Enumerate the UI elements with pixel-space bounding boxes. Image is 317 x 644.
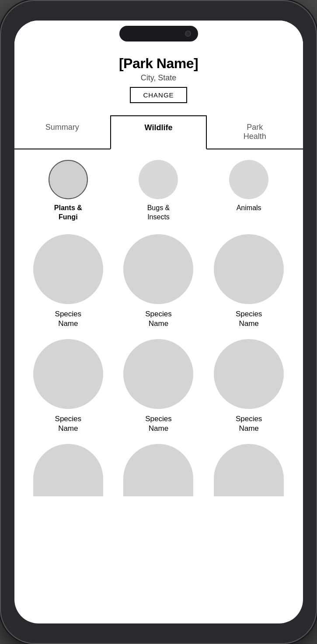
species-item-6[interactable]: SpeciesName	[204, 339, 294, 433]
species-image-7	[33, 444, 103, 496]
notch	[119, 26, 198, 42]
species-row-1: SpeciesName SpeciesName SpeciesName	[23, 234, 294, 329]
plants-fungi-label: Plants &Fungi	[54, 204, 82, 222]
notch-area	[14, 21, 303, 47]
species-item-9-partial[interactable]	[204, 444, 294, 496]
species-item-5[interactable]: SpeciesName	[114, 339, 203, 433]
species-name-1: SpeciesName	[55, 309, 81, 329]
species-name-4: SpeciesName	[55, 414, 81, 433]
animals-icon	[229, 160, 268, 199]
bugs-insects-icon	[139, 160, 178, 199]
park-name: [Park Name]	[23, 55, 294, 72]
species-row-2: SpeciesName SpeciesName SpeciesName	[23, 339, 294, 433]
species-image-3	[214, 234, 284, 304]
species-item-3[interactable]: SpeciesName	[204, 234, 294, 329]
tab-park-health[interactable]: ParkHealth	[207, 115, 303, 149]
animals-label: Animals	[237, 204, 261, 213]
category-row: Plants &Fungi Bugs &Insects Animals	[23, 160, 294, 222]
camera-icon	[185, 31, 191, 37]
tab-bar: Summary Wildlife ParkHealth	[14, 115, 303, 149]
content-area: Plants &Fungi Bugs &Insects Animals Spec…	[14, 149, 303, 623]
species-image-8	[123, 444, 193, 496]
species-name-5: SpeciesName	[145, 414, 171, 433]
species-name-2: SpeciesName	[145, 309, 171, 329]
bugs-insects-label: Bugs &Insects	[147, 204, 170, 222]
species-item-2[interactable]: SpeciesName	[114, 234, 203, 329]
tab-wildlife[interactable]: Wildlife	[110, 115, 207, 149]
species-image-5	[123, 339, 193, 409]
species-row-3-partial	[23, 444, 294, 496]
species-image-4	[33, 339, 103, 409]
header: [Park Name] City, State CHANGE	[14, 47, 303, 103]
species-item-4[interactable]: SpeciesName	[24, 339, 113, 433]
species-image-1	[33, 234, 103, 304]
species-item-1[interactable]: SpeciesName	[24, 234, 113, 329]
species-item-7-partial[interactable]	[24, 444, 113, 496]
species-image-9	[214, 444, 284, 496]
species-image-6	[214, 339, 284, 409]
species-name-6: SpeciesName	[236, 414, 262, 433]
category-bugs-insects[interactable]: Bugs &Insects	[114, 160, 203, 222]
phone-frame: [Park Name] City, State CHANGE Summary W…	[0, 0, 317, 644]
phone-screen: [Park Name] City, State CHANGE Summary W…	[14, 21, 303, 623]
city-state: City, State	[23, 73, 294, 83]
species-image-2	[123, 234, 193, 304]
category-animals[interactable]: Animals	[204, 160, 294, 222]
species-item-8-partial[interactable]	[114, 444, 203, 496]
tab-summary[interactable]: Summary	[14, 115, 110, 149]
category-plants-fungi[interactable]: Plants &Fungi	[24, 160, 113, 222]
change-button[interactable]: CHANGE	[130, 87, 187, 103]
plants-fungi-icon	[49, 160, 88, 199]
species-name-3: SpeciesName	[236, 309, 262, 329]
